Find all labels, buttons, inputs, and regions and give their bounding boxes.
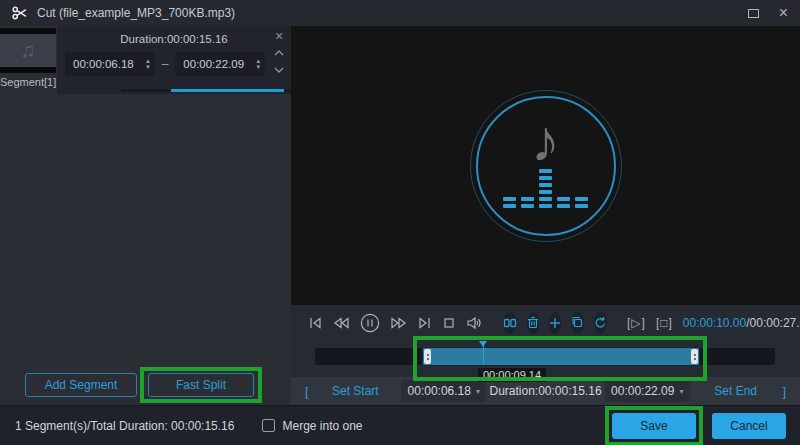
trim-start-input[interactable]: 00:00:06.18 ▾ <box>401 380 486 402</box>
annotation-box-fast-split: Fast Split <box>140 367 262 403</box>
set-start-button[interactable]: Set Start <box>313 380 398 402</box>
end-spinner[interactable]: ▴ ▾ <box>256 58 260 70</box>
time-display: 00:00:10.00/00:00:27.06 <box>683 316 800 330</box>
audio-placeholder-circle: ♪ <box>470 90 622 242</box>
stop-segment-icon[interactable]: [□] <box>656 316 673 330</box>
start-spinner[interactable]: ▴ ▾ <box>146 58 150 70</box>
segments-summary: 1 Segment(s)/Total Duration: 00:00:15.16 <box>15 419 234 433</box>
move-up-icon[interactable] <box>274 45 284 59</box>
fast-split-button[interactable]: Fast Split <box>148 373 254 397</box>
add-segment-icon[interactable] <box>549 312 561 334</box>
scissors-icon <box>12 6 28 20</box>
preview-pane: ♪ <box>291 26 800 405</box>
spin-down-icon[interactable]: ▾ <box>679 387 683 396</box>
skip-end-icon[interactable] <box>417 316 432 330</box>
equalizer-icon <box>503 168 588 208</box>
close-icon[interactable]: × <box>779 5 788 21</box>
start-bracket-icon[interactable]: [ <box>301 384 313 399</box>
segment-end-value: 00:00:22.09 <box>183 58 244 70</box>
annotation-box-save: Save <box>605 406 703 445</box>
segment-name: Segment[1] <box>0 76 56 88</box>
current-time: 00:00:10.00 <box>683 316 746 330</box>
maximize-icon[interactable] <box>748 9 759 18</box>
segment-editor: Duration:00:00:15.16 00:00:06.18 ▴ ▾ – 0… <box>57 26 291 94</box>
skip-start-icon[interactable] <box>308 316 323 330</box>
reset-icon[interactable] <box>594 312 607 334</box>
cancel-button[interactable]: Cancel <box>712 413 786 439</box>
segment-start-input[interactable]: 00:00:06.18 ▴ ▾ <box>65 52 155 76</box>
transport-bar: [▷] [□] 00:00:10.00/00:00:27.06 <box>291 305 800 340</box>
music-note-icon: ♫ <box>21 39 36 62</box>
checkbox-icon[interactable] <box>262 419 275 432</box>
spin-down-icon[interactable]: ▾ <box>476 387 480 396</box>
pause-icon[interactable] <box>360 313 380 333</box>
save-button[interactable]: Save <box>612 413 696 439</box>
spin-down-icon[interactable]: ▾ <box>146 64 150 70</box>
segment-controls: × <box>274 30 284 76</box>
trim-duration: Duration:00:00:15.16 <box>489 380 601 402</box>
music-note-icon: ♪ <box>531 112 560 170</box>
cut-dialog: Cut (file_example_MP3_700KB.mp3) × ♫ Seg… <box>0 0 800 445</box>
fast-forward-icon[interactable] <box>390 316 407 330</box>
window-title: Cut (file_example_MP3_700KB.mp3) <box>37 6 235 20</box>
volume-icon[interactable] <box>466 316 483 330</box>
timeline-selection[interactable] <box>422 347 700 366</box>
playhead-marker[interactable] <box>483 341 484 365</box>
trim-end-value: 00:00:22.09 <box>611 384 674 398</box>
timeline-track[interactable] <box>315 348 775 365</box>
playhead-tooltip: 00:00:09.14 <box>478 368 546 382</box>
title-bar: Cut (file_example_MP3_700KB.mp3) × <box>0 0 800 26</box>
stop-icon[interactable] <box>442 316 456 330</box>
delete-segment-icon[interactable]: × <box>275 30 283 42</box>
segment-thumbnail[interactable]: ♫ <box>0 28 56 73</box>
range-dash: – <box>162 57 169 71</box>
rewind-icon[interactable] <box>333 316 350 330</box>
segment-start-value: 00:00:06.18 <box>73 58 134 70</box>
window-controls: × <box>748 5 788 21</box>
selection-start-handle[interactable] <box>424 349 431 364</box>
copy-icon[interactable] <box>571 312 584 334</box>
trim-start-value: 00:00:06.18 <box>408 384 471 398</box>
set-end-button[interactable]: Set End <box>693 380 778 402</box>
segment-range-fill <box>171 89 284 92</box>
status-bar: 1 Segment(s)/Total Duration: 00:00:15.16… <box>0 405 800 445</box>
add-segment-button[interactable]: Add Segment <box>25 373 137 397</box>
end-bracket-icon[interactable]: ] <box>778 384 790 399</box>
segment-panel: ♫ Segment[1] Duration:00:00:15.16 00:00:… <box>0 26 291 405</box>
timeline-row: 00:00:09.14 <box>291 340 800 377</box>
audio-placeholder-inner: ♪ <box>476 96 616 236</box>
split-icon[interactable] <box>503 312 517 334</box>
merge-into-one-checkbox[interactable]: Merge into one <box>262 419 362 433</box>
move-down-icon[interactable] <box>274 62 284 76</box>
spin-down-icon[interactable]: ▾ <box>256 64 260 70</box>
trash-icon[interactable] <box>527 312 539 334</box>
segment-end-input[interactable]: 00:00:22.09 ▴ ▾ <box>175 52 265 76</box>
segment-duration: Duration:00:00:15.16 <box>57 26 291 45</box>
trim-end-input[interactable]: 00:00:22.09 ▾ <box>605 380 690 402</box>
play-segment-icon[interactable]: [▷] <box>627 316 646 330</box>
preview-area: ♪ <box>291 26 800 305</box>
total-time: /00:00:27.06 <box>746 316 800 330</box>
selection-end-handle[interactable] <box>691 349 698 364</box>
